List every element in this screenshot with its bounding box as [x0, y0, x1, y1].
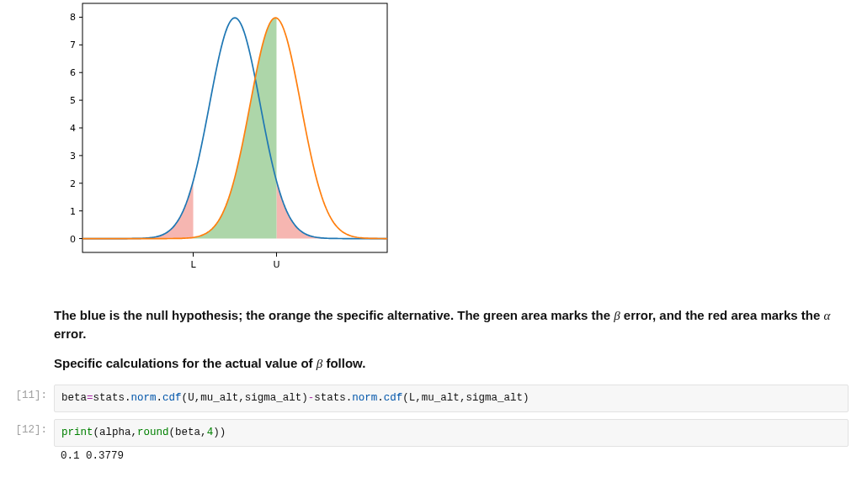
code-cell-12: [12]: print(alpha,round(beta,4))	[0, 419, 862, 447]
svg-text:U: U	[273, 259, 279, 270]
code-cell-11: [11]: beta=stats.norm.cdf(U,mu_alt,sigma…	[0, 385, 862, 412]
beta-symbol: β	[614, 309, 620, 322]
alpha-symbol: α	[823, 309, 830, 322]
svg-text:7: 7	[70, 40, 76, 50]
explanation-line-2: Specific calculations for the actual val…	[54, 354, 849, 373]
notebook-page: 012345678LU The blue is the null hypothe…	[0, 0, 862, 479]
svg-text:5: 5	[70, 95, 76, 106]
content-column: 012345678LU The blue is the null hypothe…	[54, 0, 849, 373]
explanation-line-1: The blue is the null hypothesis; the ora…	[54, 306, 849, 342]
svg-text:6: 6	[70, 67, 76, 78]
explanation-text-2b: follow.	[322, 356, 365, 370]
cell-prompt: [11]:	[0, 385, 54, 401]
explanation-text-1b: error, and the red area marks the	[620, 308, 824, 322]
explanation-text-2a: Specific calculations for the actual val…	[54, 356, 317, 370]
chart-svg: 012345678LU	[54, 0, 391, 286]
cell-output: 0.1 0.3779	[54, 447, 849, 462]
explanation-text: The blue is the null hypothesis; the ora…	[54, 306, 849, 373]
svg-text:2: 2	[70, 178, 76, 189]
svg-text:8: 8	[70, 12, 76, 23]
code-input[interactable]: beta=stats.norm.cdf(U,mu_alt,sigma_alt)-…	[54, 385, 849, 412]
svg-text:1: 1	[70, 206, 76, 217]
explanation-text-1a: The blue is the null hypothesis; the ora…	[54, 308, 614, 322]
svg-text:4: 4	[70, 123, 76, 134]
explanation-text-1c: error.	[54, 326, 86, 341]
cell-prompt: [12]:	[0, 419, 54, 436]
svg-text:L: L	[190, 259, 196, 270]
svg-text:0: 0	[70, 234, 76, 245]
hypothesis-chart: 012345678LU	[54, 0, 391, 286]
svg-text:3: 3	[70, 151, 76, 162]
code-input[interactable]: print(alpha,round(beta,4))	[54, 419, 849, 447]
